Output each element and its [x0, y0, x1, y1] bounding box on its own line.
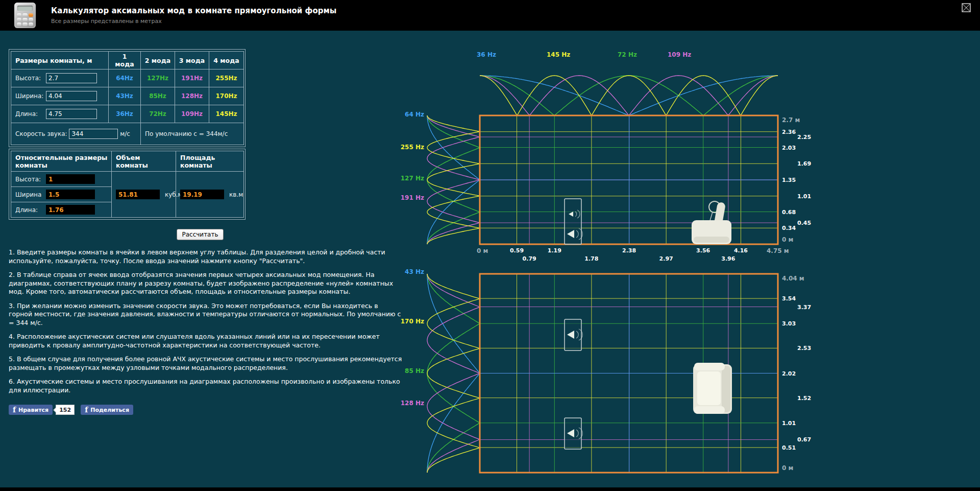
speaker-top-right-icon — [565, 418, 582, 449]
axial-mode-calculator-page: Калькулятор аксиальных мод в комнате пря… — [0, 0, 980, 491]
speaker-top-left-icon — [565, 319, 582, 350]
vertical-mode-curve — [427, 115, 480, 244]
bottom-bar — [0, 487, 980, 491]
vertical-mode-curve — [427, 274, 480, 473]
armchair-top-icon — [693, 363, 732, 414]
speaker-side-icon — [565, 199, 582, 244]
listener-chair-icon — [692, 201, 731, 244]
length-mode-curve — [480, 76, 778, 115]
mode-diagrams-canvas — [0, 0, 980, 491]
